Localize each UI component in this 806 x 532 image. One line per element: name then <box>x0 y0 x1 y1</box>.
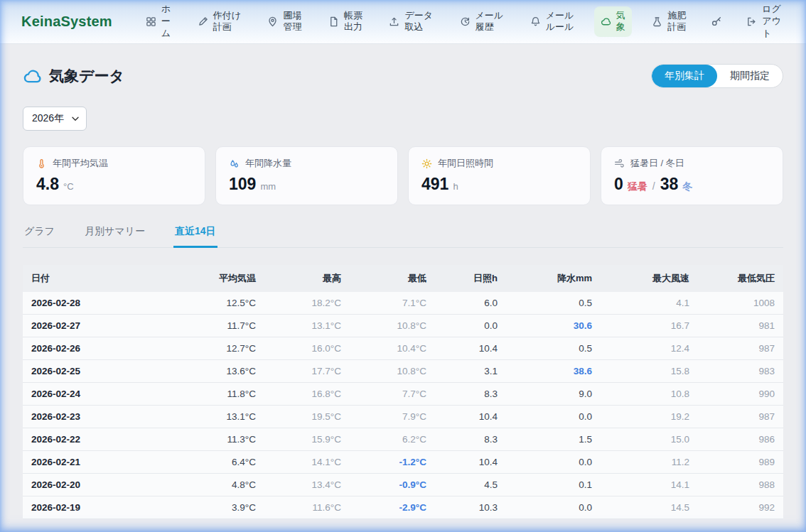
avg-temp-cell: 12.5°C <box>165 292 264 315</box>
max-temp-cell: 16.8°C <box>264 383 350 406</box>
col-header-precip: 降水mm <box>506 265 601 292</box>
wind-cell: 14.1 <box>601 474 698 496</box>
nav-item-field-management[interactable]: 圃場 管理 <box>261 6 308 38</box>
stat-value: 491 <box>421 175 448 194</box>
nav-item-planting-plan[interactable]: 作付け 計画 <box>191 6 247 38</box>
max-temp-cell: 16.0°C <box>264 337 350 360</box>
sun-icon <box>421 158 432 169</box>
nav-item-home[interactable]: ホ ー ム <box>139 0 177 43</box>
nav-item-data-import[interactable]: データ 取込 <box>382 6 439 38</box>
table-row: 2026-02-216.4°C14.1°C-1.2°C10.40.011.298… <box>23 451 783 474</box>
table-row: 2026-02-2612.7°C16.0°C10.4°C10.40.512.49… <box>23 337 783 360</box>
pressure-cell: 990 <box>698 383 783 406</box>
nav-item-mail-history[interactable]: メール 履歴 <box>453 6 510 38</box>
cloud-icon <box>601 16 611 27</box>
max-temp-cell: 17.7°C <box>264 360 350 383</box>
col-header-avg-temp: 平均気温 <box>165 265 264 292</box>
avg-temp-cell: 13.1°C <box>165 406 264 428</box>
max-temp-cell: 13.1°C <box>264 315 350 337</box>
sunshine-cell: 6.0 <box>435 292 506 315</box>
wind-cell: 16.7 <box>601 315 698 337</box>
min-temp-cell: 10.8°C <box>350 315 435 337</box>
stat-cards: 年間平均気温 4.8 °C 年間降水量 109 mm <box>23 146 783 205</box>
page-title-text: 気象データ <box>49 66 124 86</box>
min-temp-cell: -1.2°C <box>350 451 435 474</box>
main-content: 気象データ 年別集計 期間指定 2026年 年間平均気温 4.8 <box>0 64 806 519</box>
precip-cell: 0.0 <box>506 496 601 519</box>
precip-cell: 0.0 <box>506 406 601 428</box>
wind-cell: 15.8 <box>601 360 698 383</box>
max-temp-cell: 11.6°C <box>264 496 350 519</box>
stat-value: 4.8 <box>36 175 59 194</box>
tab-graph[interactable]: グラフ <box>23 225 56 248</box>
table-row: 2026-02-2513.6°C17.7°C10.8°C3.138.615.89… <box>23 360 783 383</box>
year-select[interactable]: 2026年 <box>23 107 87 131</box>
table-row: 2026-02-2812.5°C18.2°C7.1°C6.00.54.11008 <box>23 292 783 315</box>
value-separator: / <box>652 180 655 192</box>
min-temp-cell: 10.4°C <box>350 337 435 360</box>
tab-monthly-summary[interactable]: 月別サマリー <box>83 225 146 248</box>
table-header-row: 日付 平均気温 最高 最低 日照h 降水mm 最大風速 最低気圧 <box>23 265 783 292</box>
bell-icon <box>530 16 541 27</box>
brand-logo: KeinaSystem <box>21 13 112 30</box>
stat-card-sunshine: 年間日照時間 491 h <box>408 146 591 205</box>
date-cell: 2026-02-24 <box>23 383 165 406</box>
droplets-icon <box>229 158 240 169</box>
tab-recent-14-days[interactable]: 直近14日 <box>173 225 217 248</box>
nav-item-weather[interactable]: 気 象 <box>594 6 632 38</box>
nav-item-logout[interactable]: ログ アウ ト <box>740 0 788 43</box>
flask-icon <box>652 16 662 27</box>
col-header-sunshine: 日照h <box>435 265 506 292</box>
wind-cell: 15.0 <box>601 428 698 451</box>
avg-temp-cell: 13.6°C <box>165 360 264 383</box>
hot-days-label: 猛暑 <box>628 180 648 193</box>
wind-cell: 11.2 <box>601 451 698 474</box>
table-row: 2026-02-2211.3°C15.9°C6.2°C8.31.515.0986 <box>23 428 783 451</box>
min-temp-cell: -0.9°C <box>350 474 435 496</box>
history-icon <box>460 16 471 27</box>
nav-item-api-key[interactable] <box>706 12 726 31</box>
pressure-cell: 986 <box>698 428 783 451</box>
nav-item-mail-rules[interactable]: メール ルール <box>524 6 581 38</box>
sunshine-cell: 10.4 <box>435 337 506 360</box>
pressure-cell: 987 <box>698 406 783 428</box>
avg-temp-cell: 11.3°C <box>165 428 264 451</box>
pencil-icon <box>198 16 208 27</box>
avg-temp-cell: 4.8°C <box>165 474 264 496</box>
col-header-min-pressure: 最低気圧 <box>698 265 783 292</box>
table-row: 2026-02-2313.1°C19.5°C7.9°C10.40.019.298… <box>23 406 783 428</box>
max-temp-cell: 13.4°C <box>264 474 350 496</box>
avg-temp-cell: 3.9°C <box>165 496 264 519</box>
yearly-summary-button[interactable]: 年別集計 <box>652 65 717 87</box>
data-view-tabs: グラフ 月別サマリー 直近14日 <box>23 225 783 248</box>
date-cell: 2026-02-26 <box>23 337 165 360</box>
max-temp-cell: 19.5°C <box>264 406 350 428</box>
col-header-min-temp: 最低 <box>350 265 435 292</box>
pressure-cell: 983 <box>698 360 783 383</box>
period-select-button[interactable]: 期間指定 <box>717 65 783 87</box>
wind-cell: 12.4 <box>601 337 698 360</box>
date-cell: 2026-02-25 <box>23 360 165 383</box>
chevron-down-icon <box>72 116 79 121</box>
avg-temp-cell: 11.8°C <box>165 383 264 406</box>
date-cell: 2026-02-21 <box>23 451 165 474</box>
nav-menu: ホ ー ム 作付け 計画 圃場 管理 帳票 出力 データ 取込 <box>139 0 788 43</box>
wind-cell: 4.1 <box>601 292 698 315</box>
stat-unit: mm <box>260 181 276 192</box>
year-select-value: 2026年 <box>32 112 64 125</box>
weather-table: 日付 平均気温 最高 最低 日照h 降水mm 最大風速 最低気圧 2026-02… <box>23 265 783 519</box>
date-cell: 2026-02-28 <box>23 292 165 315</box>
nav-item-label: 圃場 管理 <box>283 10 301 34</box>
nav-item-label: メール ルール <box>546 10 574 34</box>
date-cell: 2026-02-23 <box>23 406 165 428</box>
min-temp-cell: -2.9°C <box>350 496 435 519</box>
sunshine-cell: 8.3 <box>435 383 506 406</box>
nav-item-label: 気 象 <box>616 10 625 34</box>
document-icon <box>328 16 339 27</box>
stat-label: 年間平均気温 <box>53 157 108 170</box>
precip-cell: 38.6 <box>506 360 601 383</box>
nav-item-report-output[interactable]: 帳票 出力 <box>322 6 369 38</box>
nav-item-fertilizer-plan[interactable]: 施肥 計画 <box>645 6 692 38</box>
wind-cell: 10.8 <box>601 383 698 406</box>
table-row: 2026-02-2711.7°C13.1°C10.8°C0.030.616.79… <box>23 315 783 337</box>
